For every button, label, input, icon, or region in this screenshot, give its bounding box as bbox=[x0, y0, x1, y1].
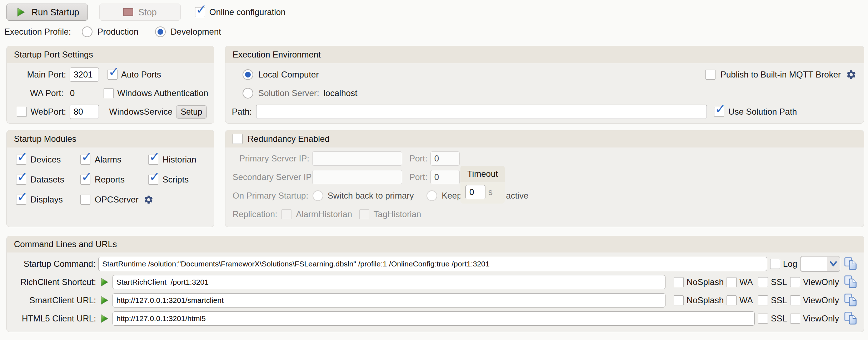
richclient-ssl-label: SSL bbox=[771, 277, 787, 287]
copy-startup-command-icon[interactable] bbox=[843, 256, 859, 272]
replication-alarmhistorian-checkbox[interactable] bbox=[281, 209, 291, 219]
path-label: Path: bbox=[232, 107, 252, 117]
richclient-viewonly-label: ViewOnly bbox=[803, 277, 840, 287]
solution-server-radio[interactable] bbox=[243, 88, 253, 99]
solution-server-label: Solution Server: bbox=[258, 88, 319, 98]
replication-label: Replication: bbox=[233, 209, 277, 219]
development-radio[interactable] bbox=[155, 26, 166, 37]
richclient-nosplash-label: NoSplash bbox=[687, 277, 724, 287]
richclient-wa-label: WA bbox=[739, 277, 755, 287]
publish-mqtt-checkbox[interactable] bbox=[705, 70, 715, 80]
startup-command-input[interactable] bbox=[98, 257, 767, 271]
production-label: Production bbox=[98, 27, 139, 37]
auto-ports-label: Auto Ports bbox=[121, 70, 161, 80]
play-icon bbox=[15, 6, 26, 18]
module-checkbox-historian[interactable] bbox=[148, 155, 158, 165]
richclient-wa-checkbox[interactable] bbox=[727, 277, 737, 287]
keep-secondary-active-radio[interactable] bbox=[426, 190, 437, 201]
windows-authentication-checkbox[interactable] bbox=[104, 88, 114, 98]
smartclient-url-input[interactable] bbox=[113, 293, 665, 308]
redundancy-enabled-checkbox[interactable] bbox=[233, 134, 243, 144]
windows-authentication-label: Windows Authentication bbox=[117, 88, 208, 98]
local-computer-radio[interactable] bbox=[243, 69, 253, 80]
wa-port-label: WA Port: bbox=[13, 88, 64, 98]
startup-port-settings-title: Startup Port Settings bbox=[7, 46, 214, 63]
command-lines-panel: Command Lines and URLs Startup Command: … bbox=[6, 236, 864, 332]
html5-client-url-input[interactable] bbox=[113, 311, 755, 326]
redundancy-panel: Redundancy Enabled Primary Server IP: Po… bbox=[225, 130, 864, 227]
windows-service-label: WindowsService bbox=[109, 107, 173, 117]
webport-checkbox[interactable] bbox=[17, 107, 27, 117]
module-checkbox-displays[interactable] bbox=[16, 195, 26, 205]
module-label-devices: Devices bbox=[30, 155, 61, 165]
richclient-viewonly-checkbox[interactable] bbox=[790, 277, 800, 287]
secondary-server-ip-input[interactable] bbox=[312, 170, 402, 184]
windows-service-setup-button[interactable]: Setup bbox=[176, 105, 207, 119]
online-configuration-checkbox[interactable] bbox=[195, 7, 205, 17]
startup-modules-panel: Startup Modules Devices Alarms Historian… bbox=[6, 130, 214, 227]
module-checkbox-devices[interactable] bbox=[16, 155, 26, 165]
smartclient-viewonly-label: ViewOnly bbox=[803, 295, 840, 305]
replication-taghistorian-label: TagHistorian bbox=[374, 209, 421, 219]
stop-label: Stop bbox=[138, 7, 156, 18]
primary-port-input[interactable] bbox=[430, 151, 460, 166]
log-level-dropdown[interactable] bbox=[800, 256, 840, 272]
primary-server-ip-input[interactable] bbox=[312, 151, 402, 166]
richclient-shortcut-input[interactable] bbox=[113, 275, 665, 289]
module-checkbox-alarms[interactable] bbox=[80, 155, 90, 165]
webport-input[interactable] bbox=[70, 105, 99, 119]
mqtt-gear-icon[interactable] bbox=[846, 69, 857, 80]
main-port-input[interactable] bbox=[70, 68, 99, 82]
path-input[interactable] bbox=[256, 105, 707, 119]
richclient-nosplash-checkbox[interactable] bbox=[674, 277, 684, 287]
production-radio[interactable] bbox=[82, 26, 93, 37]
log-label: Log bbox=[783, 259, 797, 269]
module-checkbox-opcserver[interactable] bbox=[80, 195, 90, 205]
html5-client-url-label: HTML5 Client URL: bbox=[12, 314, 96, 324]
smartclient-viewonly-checkbox[interactable] bbox=[790, 295, 800, 305]
html5-ssl-checkbox[interactable] bbox=[758, 314, 768, 324]
main-port-label: Main Port: bbox=[13, 70, 66, 80]
run-startup-button[interactable]: Run Startup bbox=[6, 4, 88, 21]
module-label-reports: Reports bbox=[95, 175, 125, 185]
use-solution-path-checkbox[interactable] bbox=[714, 107, 724, 117]
html5-run-icon[interactable] bbox=[99, 313, 110, 324]
module-label-displays: Displays bbox=[30, 195, 63, 205]
log-checkbox[interactable] bbox=[770, 259, 780, 269]
stop-button[interactable]: Stop bbox=[99, 4, 181, 21]
copy-smartclient-icon[interactable] bbox=[843, 292, 859, 308]
startup-modules-title: Startup Modules bbox=[7, 130, 214, 148]
module-label-datasets: Datasets bbox=[30, 175, 64, 185]
html5-viewonly-checkbox[interactable] bbox=[790, 314, 800, 324]
switch-back-to-primary-radio[interactable] bbox=[313, 190, 323, 201]
smartclient-url-label: SmartClient URL: bbox=[12, 295, 96, 305]
secondary-port-label: Port: bbox=[409, 172, 428, 182]
chevron-down-icon bbox=[827, 256, 840, 271]
replication-taghistorian-checkbox[interactable] bbox=[359, 209, 369, 219]
richclient-run-icon[interactable] bbox=[99, 276, 110, 288]
smartclient-wa-checkbox[interactable] bbox=[727, 295, 737, 305]
secondary-port-input[interactable] bbox=[430, 170, 460, 184]
replication-alarmhistorian-label: AlarmHistorian bbox=[296, 209, 352, 219]
module-checkbox-datasets[interactable] bbox=[16, 175, 26, 185]
local-computer-label: Local Computer bbox=[258, 70, 319, 80]
startup-port-settings-panel: Startup Port Settings Main Port: Auto Po… bbox=[6, 46, 214, 124]
richclient-ssl-checkbox[interactable] bbox=[758, 277, 768, 287]
smartclient-ssl-checkbox[interactable] bbox=[758, 295, 768, 305]
copy-html5-icon[interactable] bbox=[843, 311, 859, 326]
smartclient-wa-label: WA bbox=[739, 295, 755, 305]
switch-back-to-primary-label: Switch back to primary bbox=[328, 191, 414, 201]
module-checkbox-scripts[interactable] bbox=[148, 175, 158, 185]
startup-command-label: Startup Command: bbox=[12, 259, 95, 269]
copy-richclient-icon[interactable] bbox=[843, 274, 859, 290]
auto-ports-checkbox[interactable] bbox=[108, 70, 118, 80]
smartclient-nosplash-checkbox[interactable] bbox=[674, 295, 684, 305]
redundancy-enabled-label: Redundancy Enabled bbox=[248, 134, 330, 144]
module-checkbox-reports[interactable] bbox=[80, 175, 90, 185]
richclient-shortcut-label: RichClient Shortcut: bbox=[12, 277, 96, 287]
timeout-box: Timeout s bbox=[460, 166, 505, 204]
smartclient-run-icon[interactable] bbox=[99, 295, 110, 306]
timeout-input[interactable] bbox=[465, 185, 485, 199]
webport-label: WebPort: bbox=[30, 107, 66, 117]
timeout-label: Timeout bbox=[460, 166, 505, 182]
